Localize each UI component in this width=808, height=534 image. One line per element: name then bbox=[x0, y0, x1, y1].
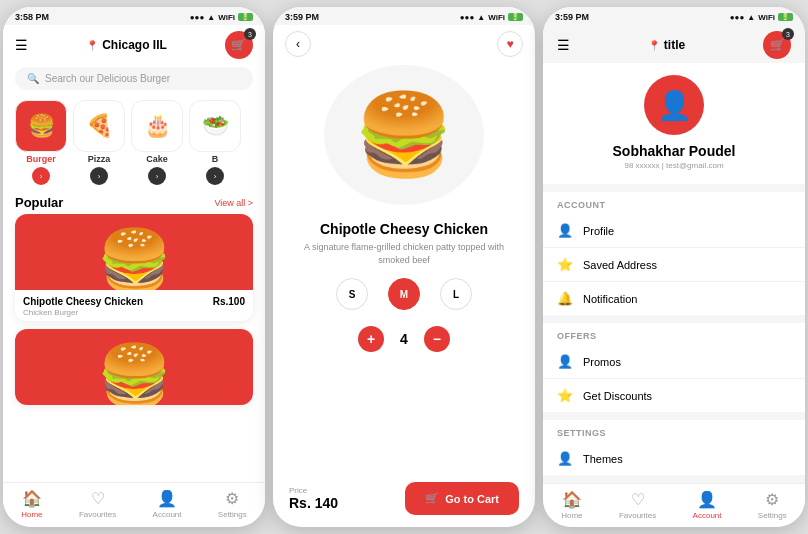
menu-themes[interactable]: 👤 Themes bbox=[543, 442, 805, 475]
view-all-link[interactable]: View all > bbox=[214, 198, 253, 208]
search-bar[interactable]: 🔍 Search our Delicious Burger bbox=[15, 67, 253, 90]
category-arrow-cake: › bbox=[148, 167, 166, 185]
status-time-2: 3:59 PM bbox=[285, 12, 319, 22]
status-icons-1: ●●● ▲ WiFi 🔋 bbox=[190, 13, 253, 22]
menu-saved-address[interactable]: ⭐ Saved Address bbox=[543, 248, 805, 282]
favourite-button[interactable]: ♥ bbox=[497, 31, 523, 57]
back-button[interactable]: ‹ bbox=[285, 31, 311, 57]
category-box-cake: 🎂 bbox=[131, 100, 183, 152]
home-icon-3: 🏠 bbox=[562, 490, 582, 509]
category-arrow-pizza: › bbox=[90, 167, 108, 185]
category-burger[interactable]: 🍔 Burger › bbox=[15, 100, 67, 185]
status-time-1: 3:58 PM bbox=[15, 12, 49, 22]
status-icons-3: ●●● ▲ WiFi 🔋 bbox=[730, 13, 793, 22]
profile-info: 98 xxxxxx | test@gmail.com bbox=[624, 161, 723, 170]
popular-header: Popular View all > bbox=[3, 191, 265, 214]
nav-settings-label-3: Settings bbox=[758, 511, 787, 520]
status-bar-1: 3:58 PM ●●● ▲ WiFi 🔋 bbox=[3, 7, 265, 25]
profile-icon: 👤 bbox=[557, 223, 573, 238]
category-pizza[interactable]: 🍕 Pizza › bbox=[73, 100, 125, 185]
menu-icon-3[interactable]: ☰ bbox=[557, 37, 570, 53]
cart-icon-btn: 🛒 bbox=[425, 492, 439, 505]
nav-home-3[interactable]: 🏠 Home bbox=[561, 490, 582, 520]
quantity-increase[interactable]: + bbox=[358, 326, 384, 352]
popular-title: Popular bbox=[15, 195, 63, 210]
category-label-other: B bbox=[212, 154, 219, 164]
menu-promos[interactable]: 👤 Promos bbox=[543, 345, 805, 379]
nav-settings-3[interactable]: ⚙ Settings bbox=[758, 490, 787, 520]
food-image-1: 🍔 bbox=[15, 214, 253, 290]
nav-account-label-1: Account bbox=[153, 510, 182, 519]
heart-icon-3: ♡ bbox=[631, 490, 645, 509]
food-card-2[interactable]: 🍔 bbox=[15, 329, 253, 405]
category-other[interactable]: 🥗 B › bbox=[189, 100, 241, 185]
settings-section: SETTINGS 👤 Themes bbox=[543, 420, 805, 475]
screen-product: 3:59 PM ●●● ▲ WiFi 🔋 ‹ ♥ 🍔 Chipotle Chee… bbox=[273, 7, 535, 527]
product-image-container: 🍔 bbox=[273, 65, 535, 213]
menu-profile[interactable]: 👤 Profile bbox=[543, 214, 805, 248]
discounts-label: Get Discounts bbox=[583, 390, 652, 402]
search-icon: 🔍 bbox=[27, 73, 39, 84]
menu-icon[interactable]: ☰ bbox=[15, 37, 28, 53]
nav-settings-label-1: Settings bbox=[218, 510, 247, 519]
s1-header: ☰ 📍 Chicago IIL 🛒 3 bbox=[3, 25, 265, 63]
status-icons-2: ●●● ▲ WiFi 🔋 bbox=[460, 13, 523, 22]
food-name-1: Chipotle Cheesy Chicken bbox=[23, 296, 143, 307]
s2-footer: Price Rs. 140 🛒 Go to Cart bbox=[273, 472, 535, 527]
bottom-nav-3: 🏠 Home ♡ Favourites 👤 Account ⚙ Settings bbox=[543, 483, 805, 527]
bottom-nav-1: 🏠 Home ♡ Favourites 👤 Account ⚙ Settings bbox=[3, 482, 265, 527]
quantity-selector: + 4 − bbox=[273, 318, 535, 360]
offers-section-label: OFFERS bbox=[543, 323, 805, 345]
quantity-decrease[interactable]: − bbox=[424, 326, 450, 352]
size-m[interactable]: M bbox=[388, 278, 420, 310]
nav-favourites-1[interactable]: ♡ Favourites bbox=[79, 489, 116, 519]
price-value: Rs. 140 bbox=[289, 495, 338, 511]
notification-label: Notification bbox=[583, 293, 637, 305]
cart-badge-3: 3 bbox=[782, 28, 794, 40]
cart-badge: 3 bbox=[244, 28, 256, 40]
profile-name: Sobhakhar Poudel bbox=[613, 143, 736, 159]
account-icon-1: 👤 bbox=[157, 489, 177, 508]
nav-account-1[interactable]: 👤 Account bbox=[153, 489, 182, 519]
nav-settings-1[interactable]: ⚙ Settings bbox=[218, 489, 247, 519]
size-l[interactable]: L bbox=[440, 278, 472, 310]
product-title: Chipotle Cheesy Chicken bbox=[273, 221, 535, 237]
price-label: Price bbox=[289, 486, 338, 495]
menu-discounts[interactable]: ⭐ Get Discounts bbox=[543, 379, 805, 412]
search-placeholder: Search our Delicious Burger bbox=[45, 73, 170, 84]
size-s[interactable]: S bbox=[336, 278, 368, 310]
nav-fav-label-1: Favourites bbox=[79, 510, 116, 519]
nav-home-1[interactable]: 🏠 Home bbox=[21, 489, 42, 519]
notification-icon: 🔔 bbox=[557, 291, 573, 306]
food-sub-1: Chicken Burger bbox=[23, 308, 143, 317]
settings-section-label: SETTINGS bbox=[543, 420, 805, 442]
status-bar-3: 3:59 PM ●●● ▲ WiFi 🔋 bbox=[543, 7, 805, 25]
cart-button-3[interactable]: 🛒 3 bbox=[763, 31, 791, 59]
cart-button[interactable]: 🛒 3 bbox=[225, 31, 253, 59]
settings-icon-3: ⚙ bbox=[765, 490, 779, 509]
nav-account-3[interactable]: 👤 Account bbox=[693, 490, 722, 520]
food-card-1[interactable]: 🍔 Chipotle Cheesy Chicken Chicken Burger… bbox=[15, 214, 253, 321]
nav-home-label-1: Home bbox=[21, 510, 42, 519]
themes-label: Themes bbox=[583, 453, 623, 465]
category-cake[interactable]: 🎂 Cake › bbox=[131, 100, 183, 185]
location-label-3: 📍 title bbox=[648, 38, 685, 52]
categories-row: 🍔 Burger › 🍕 Pizza › 🎂 Cake › 🥗 B › bbox=[3, 94, 265, 191]
promos-label: Promos bbox=[583, 356, 621, 368]
size-selector: S M L bbox=[273, 270, 535, 318]
s3-header: ☰ 📍 title 🛒 3 bbox=[543, 25, 805, 63]
nav-favourites-3[interactable]: ♡ Favourites bbox=[619, 490, 656, 520]
saved-address-label: Saved Address bbox=[583, 259, 657, 271]
account-section-label: ACCOUNT bbox=[543, 192, 805, 214]
heart-icon-1: ♡ bbox=[91, 489, 105, 508]
food-price-1: Rs.100 bbox=[213, 296, 245, 307]
product-image: 🍔 bbox=[324, 65, 484, 205]
account-icon-3: 👤 bbox=[697, 490, 717, 509]
category-label-pizza: Pizza bbox=[88, 154, 111, 164]
discounts-icon: ⭐ bbox=[557, 388, 573, 403]
account-section: ACCOUNT 👤 Profile ⭐ Saved Address 🔔 Noti… bbox=[543, 192, 805, 315]
themes-icon: 👤 bbox=[557, 451, 573, 466]
screen-home: 3:58 PM ●●● ▲ WiFi 🔋 ☰ 📍 Chicago IIL 🛒 3… bbox=[3, 7, 265, 527]
add-to-cart-button[interactable]: 🛒 Go to Cart bbox=[405, 482, 519, 515]
menu-notification[interactable]: 🔔 Notification bbox=[543, 282, 805, 315]
